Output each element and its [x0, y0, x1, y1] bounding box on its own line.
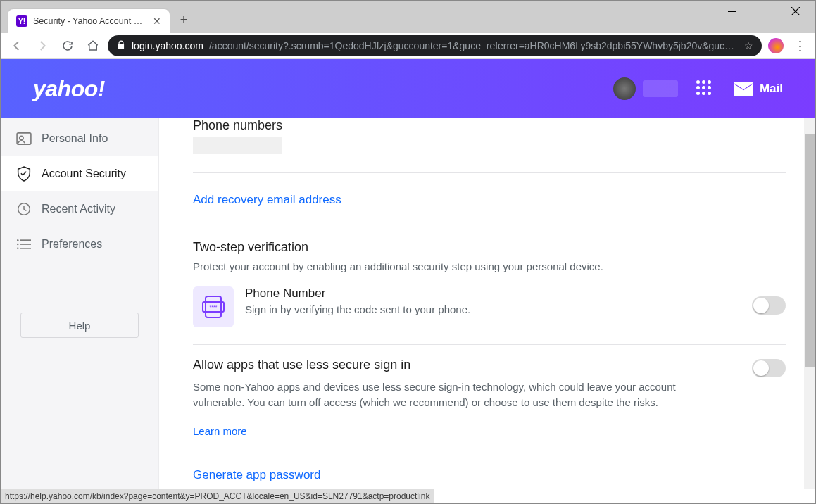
section-app-password: Generate app password Create a one-time … [193, 455, 786, 491]
scrollbar-thumb[interactable] [805, 134, 815, 367]
section-phone-numbers: Phone numbers [193, 118, 786, 173]
less-secure-toggle[interactable] [752, 359, 786, 377]
sidebar-item-label: Recent Activity [42, 203, 115, 215]
yahoo-logo[interactable]: yahoo [33, 76, 105, 102]
sidebar-item-recent-activity[interactable]: Recent Activity [1, 191, 158, 227]
back-button[interactable] [6, 35, 27, 56]
sidebar: Personal Info Account Security Recent Ac… [1, 118, 159, 490]
svg-point-6 [20, 136, 23, 139]
user-name-redacted [643, 80, 678, 97]
id-card-icon [16, 131, 32, 146]
sidebar-item-label: Preferences [42, 238, 102, 251]
svg-point-11 [17, 239, 19, 241]
browser-profile-icon[interactable] [766, 36, 786, 56]
shield-icon [16, 166, 32, 182]
method-title: Phone Number [245, 286, 470, 301]
tab-title: Security - Yahoo Account Setting [33, 16, 147, 26]
two-step-toggle[interactable] [752, 296, 786, 315]
sidebar-item-account-security[interactable]: Account Security [1, 156, 158, 191]
add-recovery-email-link[interactable]: Add recovery email address [193, 193, 341, 206]
section-less-secure-apps: Allow apps that use less secure sign in … [193, 345, 786, 455]
maximize-button[interactable] [748, 1, 779, 22]
status-bar: https://help.yahoo.com/kb/index?page=con… [1, 489, 434, 503]
minimize-button[interactable] [716, 1, 748, 22]
browser-menu-icon[interactable]: ⋮ [790, 36, 810, 56]
address-bar[interactable]: login.yahoo.com/account/security?.scrumb… [108, 35, 762, 56]
section-title: Phone numbers [193, 118, 786, 133]
list-icon [16, 237, 32, 252]
svg-rect-4 [734, 82, 753, 96]
svg-text:****: **** [210, 305, 218, 310]
yahoo-header: yahoo Mail [1, 59, 815, 118]
home-button[interactable] [82, 35, 103, 56]
help-button[interactable]: Help [20, 313, 139, 338]
sidebar-item-preferences[interactable]: Preferences [1, 227, 158, 262]
yahoo-favicon-icon: Y! [16, 15, 27, 27]
main-content: Phone numbers Add recovery email address… [159, 118, 815, 490]
phone-device-icon: **** [193, 286, 234, 327]
browser-tab[interactable]: Y! Security - Yahoo Account Setting ✕ [8, 9, 170, 33]
url-path: /account/security?.scrumb=1QedodHJfzj&gu… [209, 40, 739, 51]
clock-icon [16, 201, 32, 217]
section-two-step: Two-step verification Protect your accou… [193, 227, 786, 345]
forward-button[interactable] [32, 35, 53, 56]
section-description: Some non-Yahoo apps and devices use less… [193, 379, 700, 411]
close-tab-icon[interactable]: ✕ [153, 15, 161, 27]
apps-grid-icon[interactable] [696, 80, 713, 97]
bookmark-icon[interactable]: ☆ [744, 40, 753, 51]
browser-toolbar: login.yahoo.com/account/security?.scrumb… [1, 33, 815, 59]
close-window-button[interactable] [779, 1, 811, 22]
method-description: Sign in by verifying the code sent to yo… [245, 303, 470, 315]
generate-app-password-link[interactable]: Generate app password [193, 468, 320, 481]
mail-label: Mail [760, 82, 783, 96]
phone-number-redacted [193, 137, 282, 154]
sidebar-item-label: Personal Info [42, 132, 108, 145]
learn-more-link[interactable]: Learn more [193, 425, 247, 437]
section-recovery-email: Add recovery email address [193, 173, 786, 227]
section-title: Allow apps that use less secure sign in [193, 358, 786, 372]
lock-icon [116, 40, 126, 52]
avatar[interactable] [613, 77, 636, 100]
sidebar-item-personal-info[interactable]: Personal Info [1, 121, 158, 156]
svg-rect-1 [760, 8, 767, 15]
svg-point-12 [17, 244, 19, 246]
section-description: Protect your account by enabling an addi… [193, 259, 786, 275]
section-title: Two-step verification [193, 240, 786, 255]
mail-link[interactable]: Mail [734, 82, 783, 96]
svg-point-13 [17, 248, 19, 250]
window-titlebar: Y! Security - Yahoo Account Setting ✕ + [1, 1, 815, 33]
reload-button[interactable] [57, 35, 78, 56]
new-tab-button[interactable]: + [174, 10, 194, 30]
two-step-phone-method: **** Phone Number Sign in by verifying t… [193, 286, 786, 327]
url-host: login.yahoo.com [132, 40, 203, 51]
sidebar-item-label: Account Security [42, 168, 126, 180]
